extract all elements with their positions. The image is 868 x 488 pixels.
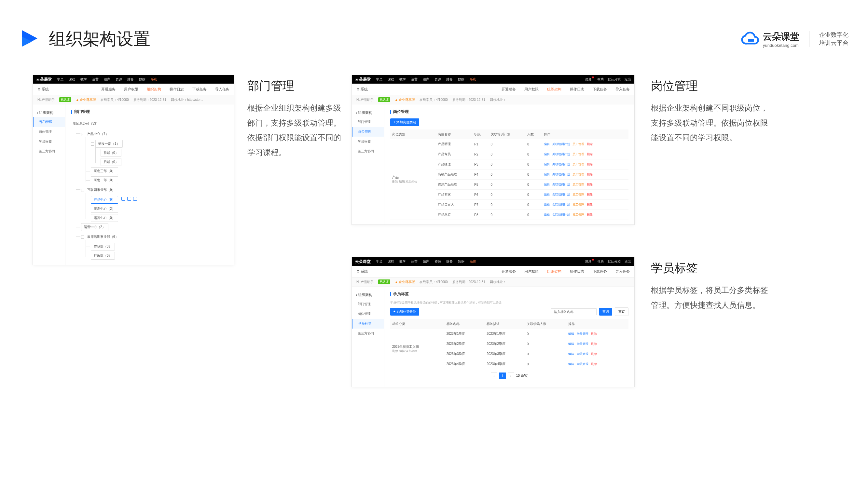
del-link[interactable]: 删除	[587, 193, 593, 196]
tree-node[interactable]: 市场部（3）	[91, 243, 115, 251]
edit-icon[interactable]	[121, 197, 125, 201]
tree-node[interactable]: 产品中心（7）	[86, 129, 110, 139]
del-link[interactable]: 删除	[591, 332, 597, 335]
edit-link[interactable]: 编辑	[544, 193, 550, 196]
mgr-link[interactable]: 员工管理	[572, 153, 584, 156]
reset-button[interactable]: 重置	[615, 307, 628, 316]
mgr-link[interactable]: 员工管理	[572, 142, 584, 146]
del-link[interactable]: 删除	[587, 203, 593, 206]
nav-item[interactable]: 运营	[92, 77, 99, 82]
tree-node[interactable]: 研发中心（2）	[91, 205, 118, 213]
plan-link[interactable]: 关联培训计划	[552, 163, 570, 166]
search-input[interactable]	[551, 308, 596, 315]
nav-item[interactable]: 学员	[57, 77, 63, 82]
pager-next[interactable]: ›	[508, 372, 514, 379]
tree-node[interactable]: 互联网事业部（9）	[86, 186, 117, 195]
mgr-link[interactable]: 学员管理	[577, 352, 588, 356]
nav-item[interactable]: 题库	[104, 77, 110, 82]
sidebar-item-tag[interactable]: 学员标签	[33, 137, 65, 147]
plan-link[interactable]: 关联培训计划	[552, 213, 570, 216]
expand-icon[interactable]: −	[91, 142, 94, 146]
nav-item[interactable]: 教学	[81, 77, 87, 82]
add-position-button[interactable]: + 添加岗位类别	[390, 119, 419, 126]
sub-item[interactable]: 操作日志	[169, 87, 184, 92]
mgr-link[interactable]: 员工管理	[572, 183, 584, 186]
svg-rect-0	[748, 39, 754, 42]
tree-node[interactable]: 研发三部（0）	[91, 167, 118, 175]
plan-link[interactable]: 关联培训计划	[552, 183, 570, 186]
tree-node[interactable]: 教师培训事业部（6）	[86, 232, 120, 241]
delete-icon[interactable]	[133, 197, 137, 201]
tree-node[interactable]: 研发一部（1）	[95, 140, 123, 148]
plan-link[interactable]: 关联培训计划	[552, 203, 570, 206]
plan-link[interactable]: 关联培训计划	[552, 173, 570, 176]
branch-link[interactable]: 默认分校	[608, 77, 621, 82]
sub-item[interactable]: 下载任务	[192, 87, 207, 92]
mgr-link[interactable]: 员工管理	[572, 203, 584, 206]
del-link[interactable]: 删除	[591, 342, 597, 346]
edit-link[interactable]: 编辑	[544, 142, 550, 146]
tree-node-selected[interactable]: 产品中心（9）	[91, 196, 118, 204]
sidebar-item-3rd[interactable]: 第三方协同	[33, 147, 65, 156]
copy-icon[interactable]	[127, 197, 131, 201]
edit-link[interactable]: 编辑	[544, 183, 550, 186]
del-link[interactable]: 删除	[587, 213, 593, 216]
tree-node[interactable]: 行政部（0）	[91, 252, 115, 260]
sub-item[interactable]: 用户权限	[124, 87, 138, 92]
mgr-link[interactable]: 学员管理	[577, 362, 588, 366]
sub-item[interactable]: 导入任务	[215, 87, 229, 92]
tree-node[interactable]: 研发二部（0）	[91, 176, 118, 184]
nav-item-active[interactable]: 系统	[151, 77, 157, 82]
pager-per[interactable]: 10 条/页	[516, 373, 528, 378]
del-link[interactable]: 删除	[591, 352, 597, 356]
edit-link[interactable]: 编辑	[544, 213, 550, 216]
plan-link[interactable]: 关联培训计划	[552, 142, 570, 146]
help-link[interactable]: 帮助	[597, 77, 604, 82]
pager-prev[interactable]: ‹	[491, 372, 497, 379]
del-link[interactable]: 删除	[587, 163, 593, 166]
nav-item[interactable]: 课程	[69, 77, 75, 82]
tree-node[interactable]: 运营中心（0）	[91, 214, 118, 222]
edit-link[interactable]: 编辑	[568, 332, 574, 335]
del-link[interactable]: 删除	[587, 142, 593, 146]
expand-icon[interactable]: −	[81, 133, 84, 136]
plan-link[interactable]: 关联培训计划	[552, 153, 570, 156]
edit-link[interactable]: 编辑	[544, 163, 550, 166]
expand-icon[interactable]: −	[81, 235, 84, 239]
edit-link[interactable]: 编辑	[544, 173, 550, 176]
mgr-link[interactable]: 员工管理	[572, 163, 584, 166]
tree-node[interactable]: 后端（0）	[100, 158, 121, 166]
del-link[interactable]: 删除	[587, 183, 593, 186]
page-title: 组织架构设置	[49, 28, 150, 51]
msg-link[interactable]: 消息	[585, 77, 593, 82]
tree-node[interactable]: 前端（0）	[100, 149, 121, 157]
mgr-link[interactable]: 学员管理	[577, 332, 588, 335]
del-link[interactable]: 删除	[587, 173, 593, 176]
pager-page[interactable]: 1	[499, 372, 506, 379]
sub-item[interactable]: 开通服务	[101, 87, 116, 92]
edit-link[interactable]: 编辑	[568, 352, 574, 356]
mgr-link[interactable]: 学员管理	[577, 342, 588, 346]
edit-link[interactable]: 编辑	[568, 362, 574, 366]
del-link[interactable]: 删除	[587, 153, 593, 156]
edit-link[interactable]: 编辑	[544, 153, 550, 156]
sidebar-item-dept[interactable]: 部门管理	[33, 117, 65, 127]
del-link[interactable]: 删除	[591, 362, 597, 366]
edit-link[interactable]: 编辑	[568, 342, 574, 346]
edit-link[interactable]: 编辑	[544, 203, 550, 206]
mgr-link[interactable]: 员工管理	[572, 173, 584, 176]
plan-link[interactable]: 关联培训计划	[552, 193, 570, 196]
nav-item[interactable]: 财务	[127, 77, 134, 82]
add-tag-button[interactable]: + 添加标签分类	[390, 308, 419, 316]
tree-node[interactable]: 运营中心（2）	[81, 223, 108, 231]
nav-item[interactable]: 资源	[116, 77, 122, 82]
expand-icon[interactable]: −	[81, 189, 84, 192]
sidebar-item-position[interactable]: 岗位管理	[33, 127, 65, 137]
nav-item[interactable]: 数据	[139, 77, 146, 82]
section-dept: 部门管理 根据企业组织架构创建多级部门，支持多级联动管理。依据部门权限能设置不同…	[247, 78, 342, 160]
mgr-link[interactable]: 员工管理	[572, 193, 584, 196]
logout-link[interactable]: 退出	[625, 77, 631, 82]
search-button[interactable]: 查询	[599, 308, 612, 316]
mgr-link[interactable]: 员工管理	[572, 213, 584, 216]
sub-item-active[interactable]: 组织架构	[147, 87, 161, 92]
